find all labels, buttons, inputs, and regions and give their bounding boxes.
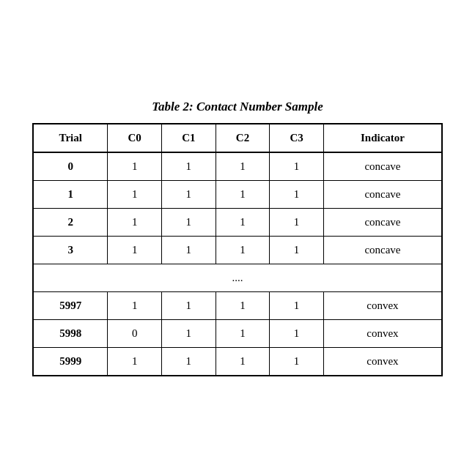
c2-cell: 1 (216, 152, 270, 181)
c1-cell: 1 (162, 209, 216, 237)
c3-cell: 1 (270, 209, 324, 237)
c0-cell: 1 (108, 237, 162, 264)
c3-cell: 1 (270, 320, 324, 348)
trial-cell: 2 (33, 209, 108, 237)
c1-cell: 1 (162, 181, 216, 209)
indicator-cell: convex (323, 348, 442, 376)
indicator-cell: convex (323, 320, 442, 348)
table-title: Table 2: Contact Number Sample (32, 100, 443, 114)
col-indicator: Indicator (323, 124, 442, 152)
c2-cell: 1 (216, 209, 270, 237)
trial-cell: 3 (33, 237, 108, 264)
c0-cell: 1 (108, 181, 162, 209)
c1-cell: 1 (162, 348, 216, 376)
indicator-cell: concave (323, 209, 442, 237)
trial-cell: 5997 (33, 292, 108, 320)
c0-cell: 1 (108, 348, 162, 376)
indicator-cell: concave (323, 237, 442, 264)
c2-cell: 1 (216, 237, 270, 264)
c3-cell: 1 (270, 237, 324, 264)
ellipsis-row: .... (33, 264, 442, 292)
table-row: 0 1 1 1 1 concave (33, 152, 442, 181)
table-row: 5998 0 1 1 1 convex (33, 320, 442, 348)
col-c0: C0 (108, 124, 162, 152)
col-c1: C1 (162, 124, 216, 152)
c2-cell: 1 (216, 320, 270, 348)
c0-cell: 1 (108, 209, 162, 237)
c1-cell: 1 (162, 152, 216, 181)
c2-cell: 1 (216, 181, 270, 209)
trial-cell: 5998 (33, 320, 108, 348)
c0-cell: 0 (108, 320, 162, 348)
c0-cell: 1 (108, 152, 162, 181)
c2-cell: 1 (216, 292, 270, 320)
page-container: Table 2: Contact Number Sample Trial C0 … (18, 85, 457, 391)
indicator-cell: concave (323, 181, 442, 209)
c1-cell: 1 (162, 292, 216, 320)
col-trial: Trial (33, 124, 108, 152)
trial-cell: 5999 (33, 348, 108, 376)
ellipsis-cell: .... (33, 264, 442, 292)
table-row: 1 1 1 1 1 concave (33, 181, 442, 209)
table-row: 5999 1 1 1 1 convex (33, 348, 442, 376)
c2-cell: 1 (216, 348, 270, 376)
data-table: Trial C0 C1 C2 C3 Indicator 0 1 1 1 1 co… (32, 123, 443, 376)
indicator-cell: convex (323, 292, 442, 320)
col-c2: C2 (216, 124, 270, 152)
c3-cell: 1 (270, 292, 324, 320)
trial-cell: 0 (33, 152, 108, 181)
table-row: 5997 1 1 1 1 convex (33, 292, 442, 320)
c3-cell: 1 (270, 181, 324, 209)
trial-cell: 1 (33, 181, 108, 209)
c0-cell: 1 (108, 292, 162, 320)
header-row: Trial C0 C1 C2 C3 Indicator (33, 124, 442, 152)
col-c3: C3 (270, 124, 324, 152)
c1-cell: 1 (162, 237, 216, 264)
c3-cell: 1 (270, 152, 324, 181)
c1-cell: 1 (162, 320, 216, 348)
c3-cell: 1 (270, 348, 324, 376)
table-row: 3 1 1 1 1 concave (33, 237, 442, 264)
table-row: 2 1 1 1 1 concave (33, 209, 442, 237)
indicator-cell: concave (323, 152, 442, 181)
